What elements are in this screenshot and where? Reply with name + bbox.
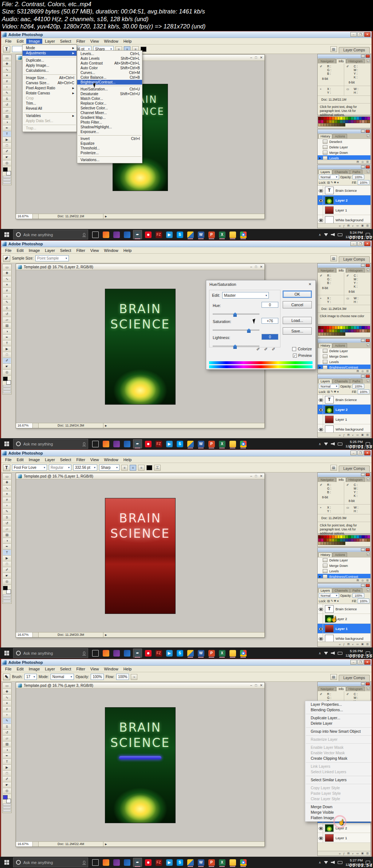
lock-icon[interactable]: ✚ <box>334 181 337 184</box>
pen-tool-icon[interactable]: ✒ <box>3 335 11 340</box>
hand-tool-icon[interactable]: ☛ <box>3 364 11 370</box>
shape-tool-icon[interactable]: □ <box>3 143 11 149</box>
app-icon-orange[interactable] <box>101 230 110 239</box>
color-swatch[interactable] <box>367 535 370 538</box>
tab-info[interactable]: Info <box>336 477 346 482</box>
tray-chevron-icon[interactable]: ∧ <box>319 651 321 655</box>
brush-tool-icon[interactable]: ✎ <box>3 300 11 305</box>
word-icon[interactable]: W <box>196 230 205 239</box>
context-menu-item[interactable] <box>305 742 373 745</box>
color-swatch[interactable] <box>340 326 343 329</box>
slider-value-field[interactable]: 0 <box>262 334 278 340</box>
lock-icon[interactable]: ▨ <box>327 181 330 184</box>
powerpoint-icon[interactable]: P <box>207 858 216 867</box>
screen-mode-buttons[interactable] <box>3 179 11 181</box>
app-icon-blue-shield[interactable] <box>122 649 131 658</box>
context-menu-item[interactable]: Group into New Smart Object <box>305 729 373 734</box>
magic-wand-tool-icon[interactable]: ✶ <box>3 491 11 497</box>
document-titlebar[interactable]: Template.psd @ 16.7% (Layer 1, RGB/8) – … <box>16 473 264 479</box>
tab-navigator[interactable]: Navigator <box>318 59 336 63</box>
tab-info[interactable]: Info <box>336 686 346 691</box>
telegram-icon[interactable]: ▶ <box>165 649 174 658</box>
telegram-icon[interactable]: ▶ <box>165 439 174 448</box>
tab-history[interactable]: History <box>318 134 332 139</box>
folder-icon[interactable] <box>228 649 237 658</box>
panel-menu-icon[interactable]: ▸ <box>366 59 370 62</box>
menu-window[interactable]: Window <box>102 248 121 253</box>
tray-chevron-icon[interactable]: ∧ <box>319 442 321 446</box>
color-swatch[interactable] <box>334 542 337 545</box>
menu-item[interactable]: Brightness/Contrast... ▶ <box>77 80 142 85</box>
folder-icon[interactable] <box>228 230 237 239</box>
color-swatch[interactable] <box>321 326 324 329</box>
panel-close-icon[interactable] <box>366 166 370 168</box>
layers-footer-icon[interactable]: ◐ <box>352 434 354 436</box>
color-swatch[interactable] <box>321 123 324 126</box>
palette-well-icon[interactable]: ▤ <box>330 674 337 680</box>
menu-help[interactable]: Help <box>121 248 134 253</box>
history-item[interactable]: ▶ Merge Down <box>318 563 370 568</box>
menu-select[interactable]: Select <box>58 248 74 253</box>
color-swatch[interactable] <box>337 332 340 336</box>
lock-icon[interactable]: ✎ <box>331 599 333 603</box>
color-swatch[interactable] <box>348 329 351 332</box>
panel-menu-icon[interactable]: ▸ <box>366 687 370 690</box>
menu-view[interactable]: View <box>88 248 102 253</box>
hand-tool-icon[interactable]: ☛ <box>3 782 11 788</box>
layer-thumbnail[interactable] <box>325 824 334 832</box>
color-swatch[interactable] <box>332 332 335 336</box>
color-swatch[interactable] <box>351 326 354 329</box>
menu-item[interactable]: Color Balance... Ctrl+B ▶ <box>77 75 142 80</box>
layer-thumbnail[interactable]: T <box>325 187 334 194</box>
screen-mode-buttons[interactable] <box>3 806 11 809</box>
panel-minimize-icon[interactable] <box>361 166 365 168</box>
menu-view[interactable]: View <box>88 457 102 462</box>
restore-button[interactable]: ❐ <box>357 241 364 246</box>
layers-footer-icon[interactable]: ∞ <box>339 225 341 227</box>
eyedropper-sample-icon[interactable]: ✐ <box>264 347 268 352</box>
color-swatch[interactable] <box>367 117 370 120</box>
layer-thumbnail[interactable] <box>325 834 334 842</box>
context-menu-item[interactable]: Clear Layer Style <box>305 796 373 802</box>
imageready-button[interactable] <box>3 809 11 812</box>
menu-window[interactable]: Window <box>102 457 121 462</box>
document-titlebar[interactable]: Template.psd @ 16.7% (Layer 2, RGB/8) – … <box>16 264 264 270</box>
openoffice-icon[interactable] <box>186 439 195 448</box>
panel-minimize-icon[interactable] <box>361 264 365 267</box>
openoffice-icon[interactable] <box>186 649 195 658</box>
blur-tool-icon[interactable]: ◑ <box>3 329 11 335</box>
menu-item[interactable]: Canvas Size... Alt+Ctrl+C ▶ <box>23 81 76 86</box>
volume-icon[interactable] <box>331 233 335 236</box>
lasso-tool-icon[interactable]: ∿ <box>3 695 11 701</box>
tab-actions[interactable]: Actions <box>333 134 347 139</box>
menu-item[interactable]: Pixel Aspect Ratio ▶ <box>23 86 76 91</box>
hand-tool-icon[interactable]: ☛ <box>3 573 11 579</box>
color-swatch[interactable] <box>356 117 359 120</box>
color-swatch[interactable] <box>359 329 362 332</box>
context-menu-item[interactable] <box>305 726 373 729</box>
layer-row[interactable]: Layer 2 <box>318 405 370 414</box>
filezilla-icon[interactable]: FZ <box>154 439 163 448</box>
opera-icon[interactable] <box>144 858 153 867</box>
color-swatch[interactable] <box>348 117 351 120</box>
color-swatch[interactable] <box>326 332 329 336</box>
filezilla-icon[interactable]: FZ <box>154 649 163 658</box>
layer-row[interactable]: Layer 1 <box>318 624 370 634</box>
layers-footer-icon[interactable]: ▣ <box>361 852 364 855</box>
sample-size-select[interactable]: Point Sample <box>35 255 69 261</box>
align-right-button[interactable]: ≡ <box>138 465 145 471</box>
color-swatch[interactable] <box>337 538 340 542</box>
color-swatch[interactable] <box>356 326 359 329</box>
menu-item[interactable]: Reveal All ▶ <box>23 106 76 111</box>
marquee-tool-icon[interactable]: ▭ <box>3 683 11 689</box>
context-menu-item[interactable] <box>305 802 373 804</box>
marquee-tool-icon[interactable]: ▭ <box>3 474 11 480</box>
slider-track[interactable] <box>213 330 259 331</box>
minimize-button[interactable]: – <box>350 451 357 455</box>
panel-close-icon[interactable] <box>366 264 370 267</box>
magic-wand-tool-icon[interactable]: ✶ <box>3 282 11 288</box>
color-swatch[interactable] <box>337 326 340 329</box>
document-titlebar[interactable]: Template.psd @ 16.7% (Layer 3, RGB/8) – … <box>16 682 264 689</box>
history-footer-icon[interactable]: ◎ <box>361 370 364 373</box>
color-swatch[interactable] <box>321 535 324 538</box>
